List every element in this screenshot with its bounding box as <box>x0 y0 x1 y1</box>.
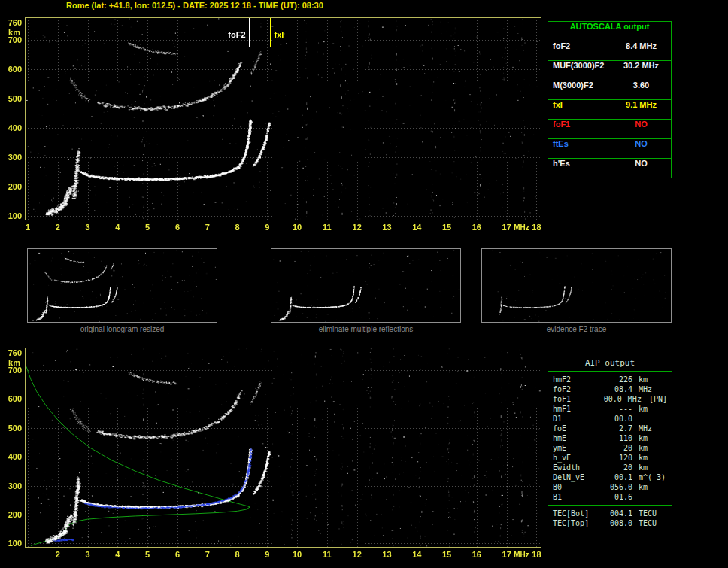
autoscala-row-m3000f2: M(3000)F23.60 <box>548 80 671 100</box>
param-value: NO <box>611 159 671 178</box>
aip-row-tectop: TEC[Top]008.0TECU <box>553 518 667 528</box>
autoscala-row-muf3000f2: MUF(3000)F230.2 MHz <box>548 61 671 80</box>
param-value: 9.1 MHz <box>611 100 671 119</box>
param-value: 00.0 <box>598 414 632 424</box>
param-value: 2.7 <box>598 424 632 433</box>
param-label: h'Es <box>548 159 611 178</box>
param-label: DelN_vE <box>553 472 598 482</box>
autoscala-screen: Rome (lat: +41.8, lon: 012.5) - DATE: 20… <box>0 0 728 568</box>
param-unit: MHz <box>632 384 652 394</box>
param-label: B0 <box>553 482 598 492</box>
aip-table-rows: hmF2226kmfoF208.4MHzfoF100.0MHz[PN]hmF1-… <box>548 372 672 502</box>
param-value: 20 <box>598 443 632 453</box>
aip-row-d1: D100.0 <box>553 414 667 424</box>
aip-row-hmf2: hmF2226km <box>553 375 667 384</box>
aip-row-fof2: foF208.4MHz <box>553 384 667 394</box>
param-label: foF2 <box>553 384 598 394</box>
aip-row-b0: B0056.0km <box>553 482 667 492</box>
param-unit: km <box>632 463 648 472</box>
aip-row-foe: foE2.7MHz <box>553 424 667 433</box>
aip-row-hve: h_vE120km <box>553 453 667 463</box>
aip-tec-rows: TEC[Bot]004.1TECUTEC[Top]008.0TECU <box>548 506 672 528</box>
param-value: --- <box>598 404 632 414</box>
param-unit: km <box>632 482 648 492</box>
param-value: 008.0 <box>598 518 632 528</box>
param-label: TEC[Bot] <box>553 509 598 518</box>
param-unit: km <box>632 375 648 384</box>
param-label: foF1 <box>553 394 592 404</box>
ionogram-top-canvas <box>0 12 557 238</box>
param-label: TEC[Top] <box>553 518 598 528</box>
thumbnail-original-ionogram <box>27 248 217 323</box>
aip-row-ewidth: Ewidth20km <box>553 463 667 472</box>
param-value: 01.6 <box>598 492 632 502</box>
thumbnail-caption-original: original ionogram resized <box>27 325 217 333</box>
autoscala-row-fof1: foF1NO <box>548 120 671 139</box>
param-unit: MHz <box>632 424 652 433</box>
param-label: MUF(3000)F2 <box>548 61 611 80</box>
param-unit: MHz <box>622 394 642 404</box>
autoscala-row-ftes: ftEsNO <box>548 139 671 159</box>
aip-row-yme: ymE20km <box>553 443 667 453</box>
param-value: 8.4 MHz <box>611 41 671 60</box>
autoscala-row-fof2: foF28.4 MHz <box>548 41 671 61</box>
autoscala-row-hes: h'EsNO <box>548 159 671 178</box>
aip-output-table: AIP output hmF2226kmfoF208.4MHzfoF100.0M… <box>548 354 672 530</box>
param-label: foF2 <box>548 41 611 60</box>
param-label: fxI <box>548 100 611 119</box>
param-unit: m^(-3) <box>632 472 666 482</box>
param-value: 3.60 <box>611 80 671 99</box>
aip-row-hmf1: hmF1---km <box>553 404 667 414</box>
param-label: foF1 <box>548 120 611 138</box>
autoscala-output-table: AUTOSCALA output foF28.4 MHzMUF(3000)F23… <box>548 21 672 178</box>
param-value: NO <box>611 120 671 138</box>
autoscala-table-title: AUTOSCALA output <box>548 22 671 41</box>
param-value: NO <box>611 139 671 158</box>
ionogram-bottom-canvas <box>0 342 557 568</box>
param-label: D1 <box>553 414 598 424</box>
param-value: 00.0 <box>592 394 622 404</box>
param-value: 004.1 <box>598 509 632 518</box>
param-label: h_vE <box>553 453 598 463</box>
param-label: hmF1 <box>553 404 598 414</box>
param-value: 120 <box>598 453 632 463</box>
param-unit: TECU <box>632 518 657 528</box>
param-note: [PN] <box>642 394 667 404</box>
param-value: 056.0 <box>598 482 632 492</box>
param-label: M(3000)F2 <box>548 80 611 99</box>
param-value: 00.1 <box>598 472 632 482</box>
param-label: Ewidth <box>553 463 598 472</box>
param-label: ymE <box>553 443 598 453</box>
param-unit: km <box>632 404 648 414</box>
autoscala-table-rows: foF28.4 MHzMUF(3000)F230.2 MHzM(3000)F23… <box>548 41 671 178</box>
thumbnail-eliminate-reflections <box>271 248 461 323</box>
thumbnail-caption-evidence: evidence F2 trace <box>481 325 672 333</box>
aip-row-delnve: DelN_vE00.1m^(-3) <box>553 472 667 482</box>
param-label: B1 <box>553 492 598 502</box>
param-unit: km <box>632 443 648 453</box>
aip-row-tecbot: TEC[Bot]004.1TECU <box>553 509 667 518</box>
param-value: 110 <box>598 433 632 443</box>
param-label: hmE <box>553 433 598 443</box>
param-unit: km <box>632 453 648 463</box>
param-value: 08.4 <box>598 384 632 394</box>
param-value: 226 <box>598 375 632 384</box>
param-value: 30.2 MHz <box>611 61 671 80</box>
thumbnail-caption-eliminate: eliminate multiple reflections <box>271 325 461 333</box>
param-unit <box>632 492 639 502</box>
param-unit: km <box>632 433 648 443</box>
param-unit <box>632 414 639 424</box>
param-label: hmF2 <box>553 375 598 384</box>
thumbnail-evidence-f2-trace <box>481 248 672 323</box>
param-value: 20 <box>598 463 632 472</box>
param-label: foE <box>553 424 598 433</box>
param-unit: TECU <box>632 509 657 518</box>
param-label: ftEs <box>548 139 611 158</box>
aip-row-b1: B101.6 <box>553 492 667 502</box>
aip-table-title: AIP output <box>548 354 672 372</box>
autoscala-row-fxi: fxI9.1 MHz <box>548 100 671 120</box>
page-title: Rome (lat: +41.8, lon: 012.5) - DATE: 20… <box>66 1 323 10</box>
aip-row-fof1: foF100.0MHz[PN] <box>553 394 667 404</box>
aip-row-hme: hmE110km <box>553 433 667 443</box>
